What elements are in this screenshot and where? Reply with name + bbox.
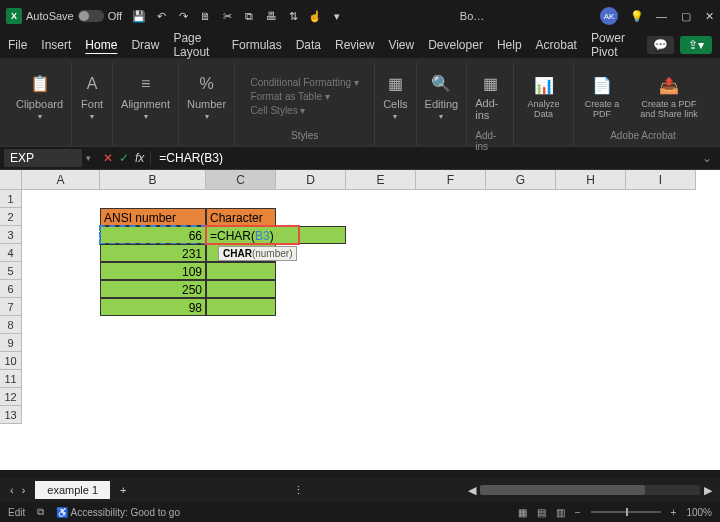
clipboard-button[interactable]: 📋Clipboard▾ bbox=[16, 72, 63, 121]
col-header-i[interactable]: I bbox=[626, 170, 696, 190]
accessibility-status[interactable]: ♿ Accessibility: Good to go bbox=[56, 507, 180, 518]
row-header-6[interactable]: 6 bbox=[0, 280, 22, 298]
number-button[interactable]: %Number▾ bbox=[187, 72, 226, 121]
cell-b7[interactable]: 98 bbox=[100, 298, 206, 316]
save-icon[interactable]: 💾 bbox=[132, 9, 146, 23]
font-button[interactable]: AFont▾ bbox=[80, 72, 104, 121]
name-box[interactable]: EXP bbox=[4, 149, 82, 167]
cell-c6[interactable] bbox=[206, 280, 276, 298]
tab-formulas[interactable]: Formulas bbox=[232, 36, 282, 54]
workbook-stats-icon[interactable]: ⧉ bbox=[37, 506, 44, 518]
cell-b6[interactable]: 250 bbox=[100, 280, 206, 298]
cell-b5[interactable]: 109 bbox=[100, 262, 206, 280]
lightbulb-icon[interactable]: 💡 bbox=[630, 9, 644, 23]
tab-insert[interactable]: Insert bbox=[41, 36, 71, 54]
create-share-button[interactable]: 📤Create a PDF and Share link bbox=[634, 73, 704, 119]
spreadsheet-grid[interactable]: A B C D E F G H I 1 2 3 4 5 6 7 8 9 10 1… bbox=[0, 170, 720, 470]
print-icon[interactable]: 🖶 bbox=[264, 9, 278, 23]
cells-button[interactable]: ▦Cells▾ bbox=[383, 72, 407, 121]
cell-b3[interactable]: 66 bbox=[100, 226, 206, 244]
tab-power-pivot[interactable]: Power Pivot bbox=[591, 29, 633, 61]
col-header-h[interactable]: H bbox=[556, 170, 626, 190]
tab-data[interactable]: Data bbox=[296, 36, 321, 54]
col-header-d[interactable]: D bbox=[276, 170, 346, 190]
cell-b2[interactable]: ANSI number bbox=[100, 208, 206, 226]
tab-page-layout[interactable]: Page Layout bbox=[173, 29, 217, 61]
row-header-10[interactable]: 10 bbox=[0, 352, 22, 370]
row-header-5[interactable]: 5 bbox=[0, 262, 22, 280]
toggle-icon[interactable] bbox=[78, 10, 104, 22]
create-pdf-button[interactable]: 📄Create a PDF bbox=[582, 73, 622, 119]
sheet-tab-active[interactable]: example 1 bbox=[35, 481, 110, 499]
namebox-dropdown-icon[interactable]: ▾ bbox=[86, 153, 97, 163]
sheet-prev-icon[interactable]: ‹ bbox=[10, 484, 14, 496]
close-icon[interactable]: ✕ bbox=[705, 10, 714, 23]
row-header-9[interactable]: 9 bbox=[0, 334, 22, 352]
tab-home[interactable]: Home bbox=[85, 36, 117, 54]
row-header-2[interactable]: 2 bbox=[0, 208, 22, 226]
cell-b4[interactable]: 231 bbox=[100, 244, 206, 262]
row-header-7[interactable]: 7 bbox=[0, 298, 22, 316]
copy-icon[interactable]: ⧉ bbox=[242, 9, 256, 23]
new-icon[interactable]: 🗎 bbox=[198, 9, 212, 23]
cell-c2[interactable]: Character bbox=[206, 208, 276, 226]
sheet-options-icon[interactable]: ⋮ bbox=[287, 484, 310, 497]
format-as-table-button[interactable]: Format as Table ▾ bbox=[250, 91, 329, 102]
analyze-button[interactable]: 📊Analyze Data bbox=[522, 73, 565, 119]
expand-formula-icon[interactable]: ⌄ bbox=[694, 151, 720, 165]
undo-icon[interactable]: ↶ bbox=[154, 9, 168, 23]
cell-c3[interactable]: =CHAR(B3) bbox=[206, 226, 299, 244]
view-normal-icon[interactable]: ▦ bbox=[518, 507, 527, 518]
scroll-track[interactable] bbox=[480, 485, 700, 495]
row-header-12[interactable]: 12 bbox=[0, 388, 22, 406]
view-layout-icon[interactable]: ▤ bbox=[537, 507, 546, 518]
col-header-e[interactable]: E bbox=[346, 170, 416, 190]
zoom-in-icon[interactable]: + bbox=[671, 507, 677, 518]
autosave-toggle[interactable]: AutoSave Off bbox=[26, 10, 122, 22]
cut-icon[interactable]: ✂ bbox=[220, 9, 234, 23]
cell-c7[interactable] bbox=[206, 298, 276, 316]
tab-acrobat[interactable]: Acrobat bbox=[536, 36, 577, 54]
more-icon[interactable]: ▾ bbox=[330, 9, 344, 23]
cell-c5[interactable] bbox=[206, 262, 276, 280]
add-sheet-button[interactable]: + bbox=[110, 484, 136, 496]
row-header-3[interactable]: 3 bbox=[0, 226, 22, 244]
col-header-f[interactable]: F bbox=[416, 170, 486, 190]
alignment-button[interactable]: ≡Alignment▾ bbox=[121, 72, 170, 121]
avatar[interactable]: AK bbox=[600, 7, 618, 25]
col-header-c[interactable]: C bbox=[206, 170, 276, 190]
accept-icon[interactable]: ✓ bbox=[119, 151, 129, 165]
cancel-icon[interactable]: ✕ bbox=[103, 151, 113, 165]
maximize-icon[interactable]: ▢ bbox=[681, 10, 691, 23]
row-header-4[interactable]: 4 bbox=[0, 244, 22, 262]
row-header-8[interactable]: 8 bbox=[0, 316, 22, 334]
tab-view[interactable]: View bbox=[388, 36, 414, 54]
sort-icon[interactable]: ⇅ bbox=[286, 9, 300, 23]
fx-icon[interactable]: fx bbox=[135, 151, 144, 165]
col-header-a[interactable]: A bbox=[22, 170, 100, 190]
row-header-1[interactable]: 1 bbox=[0, 190, 22, 208]
horizontal-scrollbar[interactable]: ◀ ▶ bbox=[460, 484, 720, 496]
tab-developer[interactable]: Developer bbox=[428, 36, 483, 54]
tab-draw[interactable]: Draw bbox=[131, 36, 159, 54]
redo-icon[interactable]: ↷ bbox=[176, 9, 190, 23]
scroll-left-icon[interactable]: ◀ bbox=[468, 484, 476, 497]
comments-button[interactable]: 💬 bbox=[647, 36, 674, 54]
cell-d3-overflow[interactable] bbox=[299, 226, 346, 244]
col-header-b[interactable]: B bbox=[100, 170, 206, 190]
touch-icon[interactable]: ☝ bbox=[308, 9, 322, 23]
zoom-out-icon[interactable]: − bbox=[575, 507, 581, 518]
share-button[interactable]: ⇪▾ bbox=[680, 36, 712, 54]
tab-file[interactable]: File bbox=[8, 36, 27, 54]
tab-help[interactable]: Help bbox=[497, 36, 522, 54]
conditional-formatting-button[interactable]: Conditional Formatting ▾ bbox=[250, 77, 358, 88]
cell-styles-button[interactable]: Cell Styles ▾ bbox=[250, 105, 305, 116]
editing-button[interactable]: 🔍Editing▾ bbox=[425, 72, 459, 121]
zoom-slider[interactable] bbox=[591, 511, 661, 513]
sheet-next-icon[interactable]: › bbox=[22, 484, 26, 496]
view-pagebreak-icon[interactable]: ▥ bbox=[556, 507, 565, 518]
minimize-icon[interactable]: — bbox=[656, 10, 667, 23]
tab-review[interactable]: Review bbox=[335, 36, 374, 54]
scroll-right-icon[interactable]: ▶ bbox=[704, 484, 712, 497]
row-header-13[interactable]: 13 bbox=[0, 406, 22, 424]
